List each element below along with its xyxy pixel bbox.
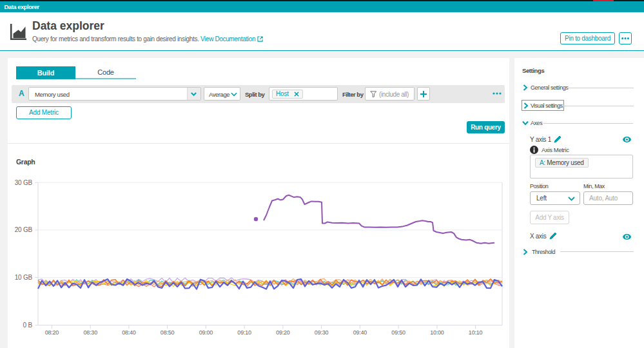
svg-text:10 GB: 10 GB — [15, 274, 33, 281]
svg-text:30 GB: 30 GB — [15, 179, 33, 186]
svg-text:08:50: 08:50 — [161, 329, 175, 336]
svg-text:10:10: 10:10 — [469, 329, 483, 336]
svg-text:09:20: 09:20 — [276, 329, 290, 336]
svg-text:20 GB: 20 GB — [15, 226, 33, 233]
svg-text:08:20: 08:20 — [45, 329, 59, 336]
svg-text:09:00: 09:00 — [199, 329, 213, 336]
svg-text:09:30: 09:30 — [315, 329, 329, 336]
svg-text:10:00: 10:00 — [430, 329, 444, 336]
svg-text:08:40: 08:40 — [122, 329, 136, 336]
svg-text:09:10: 09:10 — [237, 329, 251, 336]
svg-text:09:50: 09:50 — [391, 329, 405, 336]
svg-text:09:40: 09:40 — [353, 329, 367, 336]
svg-text:0 B: 0 B — [23, 322, 33, 329]
svg-text:08:30: 08:30 — [83, 329, 97, 336]
